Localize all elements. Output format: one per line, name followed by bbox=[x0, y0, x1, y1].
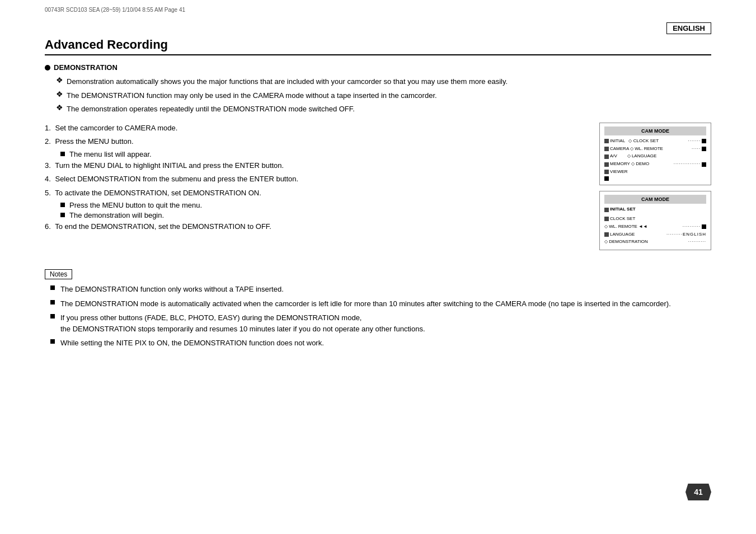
cross-icon-2: ❖ bbox=[56, 90, 63, 99]
cam-row-5: VIEWER bbox=[604, 168, 706, 176]
step-text-6: To end the DEMONSTRATION, set the DEMONS… bbox=[53, 221, 271, 232]
sub-bullet-square-icon bbox=[60, 152, 65, 156]
step-text-5: To activate the DEMONSTRATION, set DEMON… bbox=[53, 188, 261, 199]
cam-row-1: INITIAL ◇ CLOCK SET ······· bbox=[604, 138, 706, 145]
note-square-icon-4 bbox=[50, 339, 55, 344]
note-square-icon-2 bbox=[50, 300, 55, 305]
step-6: 6. To end the DEMONSTRATION, set the DEM… bbox=[45, 221, 583, 232]
cam-diagram-1-header: CAM MODE bbox=[604, 127, 706, 135]
step-text-4: Select DEMONSTRATION from the submenu an… bbox=[53, 174, 298, 185]
notes-list: The DEMONSTRATION function only works wi… bbox=[45, 284, 711, 349]
cam-row-3: A/V ◇ LANGUAGE bbox=[604, 153, 706, 160]
header-bar: ENGLISH bbox=[45, 22, 711, 34]
section-dot-icon bbox=[45, 65, 50, 71]
note-item-2: The DEMONSTRATION mode is automatically … bbox=[50, 298, 711, 310]
step-2-sub: The menu list will appear. bbox=[45, 150, 583, 158]
cross-icon-3: ❖ bbox=[56, 103, 63, 112]
step-4: 4. Select DEMONSTRATION from the submenu… bbox=[45, 174, 583, 185]
note-item-1: The DEMONSTRATION function only works wi… bbox=[50, 284, 711, 295]
step-number-6: 6. bbox=[45, 221, 51, 232]
sub-bullet-square-icon-5a bbox=[60, 203, 65, 207]
note-text-4: While setting the NITE PIX to ON, the DE… bbox=[60, 338, 324, 349]
step-text-3: Turn the MENU DIAL to highlight INITIAL … bbox=[53, 160, 284, 171]
bullet-text-2: The DEMONSTRATION function may only be u… bbox=[67, 90, 437, 101]
cam-icon-camera bbox=[604, 147, 609, 151]
notes-label: Notes bbox=[45, 269, 72, 279]
steps-and-diagram: 1. Set the camcorder to CAMERA mode. 2. … bbox=[45, 123, 711, 256]
page-number-badge: 41 bbox=[685, 484, 711, 500]
bullet-item-2: ❖ The DEMONSTRATION function may only be… bbox=[45, 90, 711, 101]
step-5: 5. To activate the DEMONSTRATION, set DE… bbox=[45, 188, 583, 199]
note-text-2: The DEMONSTRATION mode is automatically … bbox=[60, 298, 671, 310]
language-badge: ENGLISH bbox=[666, 22, 711, 34]
step-text-1: Set the camcorder to CAMERA mode. bbox=[53, 123, 178, 134]
bullet-text-3: The demonstration operates repeatedly un… bbox=[67, 104, 355, 115]
note-square-icon-1 bbox=[50, 285, 55, 290]
sub-bullet-text-2a: The menu list will appear. bbox=[69, 150, 152, 158]
cam-icon-d2-lang bbox=[604, 232, 609, 237]
step-1: 1. Set the camcorder to CAMERA mode. bbox=[45, 123, 583, 134]
cam-icon-memory bbox=[604, 162, 609, 167]
cam-square-4 bbox=[702, 162, 706, 167]
diagrams-column: CAM MODE INITIAL ◇ CLOCK SET ······· CAM… bbox=[599, 123, 711, 256]
cam-row-d2-1: CLOCK SET bbox=[604, 216, 706, 223]
bullet-item-1: ❖ Demonstration automatically shows you … bbox=[45, 76, 711, 87]
cam-icon-initial-set bbox=[604, 208, 609, 212]
sub-bullet-square-icon-5b bbox=[60, 213, 65, 217]
notes-section: Notes The DEMONSTRATION function only wo… bbox=[45, 269, 711, 349]
step-number-1: 1. bbox=[45, 123, 51, 134]
cam-row-6 bbox=[604, 176, 706, 181]
cam-icon-initial bbox=[604, 139, 609, 143]
note-item-3: If you press other buttons (FADE, BLC, P… bbox=[50, 312, 711, 334]
step-number-4: 4. bbox=[45, 174, 51, 185]
note-item-4: While setting the NITE PIX to ON, the DE… bbox=[50, 338, 711, 349]
cam-square-1 bbox=[702, 139, 706, 143]
cam-square-bottom bbox=[604, 176, 609, 181]
section-header: DEMONSTRATION bbox=[45, 63, 711, 72]
cam-row-d2-header: INITIAL SET bbox=[604, 206, 706, 213]
step-5-sub-b: The demonstration will begin. bbox=[45, 211, 583, 219]
sub-bullet-text-5a: Press the MENU button to quit the menu. bbox=[69, 201, 202, 209]
page-number: 41 bbox=[694, 488, 703, 496]
steps-column: 1. Set the camcorder to CAMERA mode. 2. … bbox=[45, 123, 583, 256]
cam-row-2: CAMERA ◇ WL. REMOTE ····· bbox=[604, 146, 706, 153]
cam-row-4: MEMORY ◇ DEMO ··············· bbox=[604, 161, 706, 168]
cam-diagram-2: CAM MODE INITIAL SET CLOCK SET ◇ WL. REM… bbox=[599, 191, 711, 250]
step-3: 3. Turn the MENU DIAL to highlight INITI… bbox=[45, 160, 583, 171]
bullet-item-3: ❖ The demonstration operates repeatedly … bbox=[45, 104, 711, 115]
cam-diagram-2-header: CAM MODE bbox=[604, 195, 706, 204]
cam-icon-viewer bbox=[604, 170, 609, 174]
note-square-icon-3 bbox=[50, 314, 55, 318]
cam-icon-av bbox=[604, 154, 609, 159]
note-text-3: If you press other buttons (FADE, BLC, P… bbox=[60, 312, 425, 334]
step-number-5: 5. bbox=[45, 188, 51, 199]
page-title: Advanced Recording bbox=[45, 38, 711, 55]
cam-square-d2-1 bbox=[702, 224, 706, 229]
step-5-sub-a: Press the MENU button to quit the menu. bbox=[45, 201, 583, 209]
cam-row-d2-2: ◇ WL. REMOTE ◄◄ ·········· bbox=[604, 223, 706, 231]
section-title: DEMONSTRATION bbox=[54, 63, 118, 72]
doc-header: 00743R SCD103 SEA (28~59) 1/10/04 8:55 A… bbox=[45, 7, 185, 13]
cam-row-d2-4: ◇ DEMONSTRATION ·········· bbox=[604, 238, 706, 246]
step-text-2: Press the MENU button. bbox=[53, 136, 134, 147]
step-number-2: 2. bbox=[45, 136, 51, 147]
note-text-1: The DEMONSTRATION function only works wi… bbox=[60, 284, 284, 295]
cam-row-d2-3: LANGUAGE ·········ENGLISH bbox=[604, 231, 706, 238]
cam-square-2 bbox=[702, 147, 706, 151]
step-number-3: 3. bbox=[45, 160, 51, 171]
step-2: 2. Press the MENU button. bbox=[45, 136, 583, 147]
sub-bullet-text-5b: The demonstration will begin. bbox=[69, 211, 164, 219]
cam-icon-d2-clock bbox=[604, 217, 609, 221]
cam-diagram-1: CAM MODE INITIAL ◇ CLOCK SET ······· CAM… bbox=[599, 123, 711, 185]
cross-icon-1: ❖ bbox=[56, 76, 63, 85]
bullet-text-1: Demonstration automatically shows you th… bbox=[67, 76, 508, 87]
